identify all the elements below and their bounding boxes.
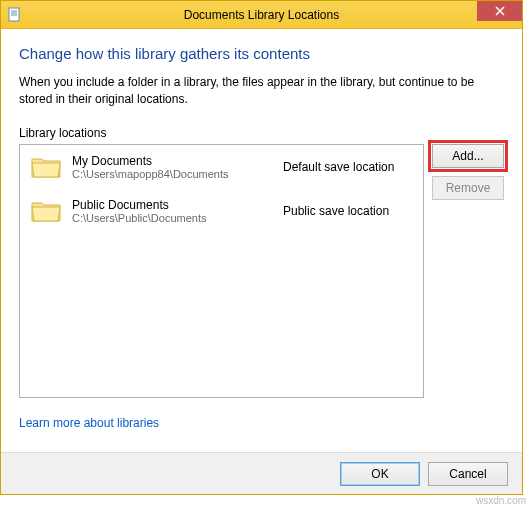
location-path: C:\Users\mapopp84\Documents	[72, 168, 273, 180]
cancel-button[interactable]: Cancel	[428, 462, 508, 486]
dialog-footer: OK Cancel	[1, 452, 522, 494]
location-status: Default save location	[283, 160, 413, 174]
location-path: C:\Users\Public\Documents	[72, 212, 273, 224]
side-buttons: Add... Remove	[432, 144, 504, 398]
locations-label: Library locations	[19, 126, 504, 140]
page-heading: Change how this library gathers its cont…	[19, 45, 504, 62]
locations-row: My Documents C:\Users\mapopp84\Documents…	[19, 144, 504, 398]
watermark: wsxdn.com	[476, 495, 526, 506]
close-button[interactable]	[477, 1, 522, 21]
add-button[interactable]: Add...	[432, 144, 504, 168]
remove-button: Remove	[432, 176, 504, 200]
folder-icon	[30, 153, 62, 181]
location-name: Public Documents	[72, 198, 273, 212]
location-text: Public Documents C:\Users\Public\Documen…	[72, 198, 273, 224]
titlebar: Documents Library Locations	[1, 1, 522, 29]
location-name: My Documents	[72, 154, 273, 168]
locations-listbox[interactable]: My Documents C:\Users\mapopp84\Documents…	[19, 144, 424, 398]
location-status: Public save location	[283, 204, 413, 218]
dialog-window: Documents Library Locations Change how t…	[0, 0, 523, 495]
location-text: My Documents C:\Users\mapopp84\Documents	[72, 154, 273, 180]
ok-button[interactable]: OK	[340, 462, 420, 486]
close-icon	[495, 6, 505, 16]
learn-more-link[interactable]: Learn more about libraries	[19, 416, 159, 430]
folder-icon	[30, 197, 62, 225]
list-item[interactable]: My Documents C:\Users\mapopp84\Documents…	[20, 145, 423, 189]
page-description: When you include a folder in a library, …	[19, 74, 504, 108]
dialog-content: Change how this library gathers its cont…	[1, 29, 522, 430]
list-item[interactable]: Public Documents C:\Users\Public\Documen…	[20, 189, 423, 233]
window-title: Documents Library Locations	[1, 8, 522, 22]
properties-icon	[7, 7, 23, 23]
